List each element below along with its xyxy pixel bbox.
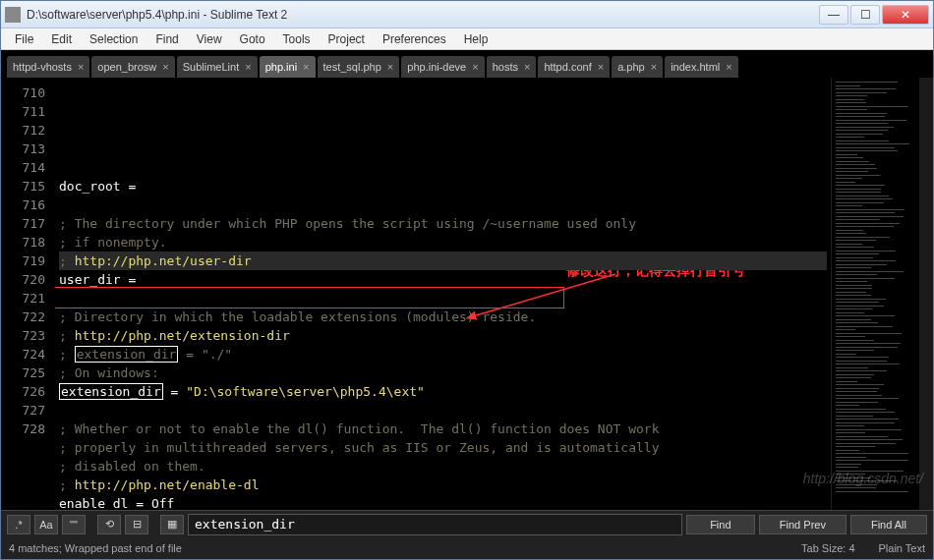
tab-httpd-vhosts[interactable]: httpd-vhosts× xyxy=(7,56,89,78)
minimap-line xyxy=(836,319,871,320)
status-tab-size[interactable]: Tab Size: 4 xyxy=(801,542,854,554)
minimap-line xyxy=(836,164,875,165)
tab-php-ini[interactable]: php.ini× xyxy=(260,56,316,78)
minimap-line xyxy=(836,453,908,454)
status-syntax[interactable]: Plain Text xyxy=(879,542,926,554)
close-icon[interactable]: × xyxy=(162,61,168,73)
minimap-line xyxy=(836,106,908,107)
close-icon[interactable]: × xyxy=(303,61,309,73)
line-number: 711 xyxy=(5,102,45,121)
minimap-line xyxy=(836,484,877,485)
menu-view[interactable]: View xyxy=(189,30,230,48)
minimap-line xyxy=(836,395,882,396)
minimap-line xyxy=(836,260,896,261)
code-line[interactable] xyxy=(59,289,827,308)
minimap-line xyxy=(836,95,867,96)
menu-edit[interactable]: Edit xyxy=(43,30,80,48)
code-line[interactable] xyxy=(59,196,827,214)
minimap-line xyxy=(836,477,871,478)
minimap-line xyxy=(836,377,871,378)
code-line[interactable]: ; The directory under which PHP opens th… xyxy=(59,214,827,233)
minimap[interactable] xyxy=(831,78,919,510)
menu-selection[interactable]: Selection xyxy=(82,30,146,48)
tab-hosts[interactable]: hosts× xyxy=(487,56,537,78)
minimap-line xyxy=(836,429,902,430)
menu-goto[interactable]: Goto xyxy=(232,30,273,48)
minimap-line xyxy=(836,292,866,293)
code-line[interactable]: extension_dir = "D:\software\server\php5… xyxy=(59,382,827,401)
minimap-line xyxy=(836,251,896,252)
menu-file[interactable]: File xyxy=(7,30,41,48)
code-line[interactable]: ; if nonempty. xyxy=(59,233,827,252)
find-regex-toggle[interactable]: .* xyxy=(7,515,30,534)
code-line[interactable]: ; Directory in which the loadable extens… xyxy=(59,308,827,326)
find-highlight-toggle[interactable]: ▦ xyxy=(160,515,184,534)
code-line[interactable]: doc_root = xyxy=(59,177,827,196)
maximize-button[interactable]: ☐ xyxy=(850,5,880,25)
minimap-line xyxy=(836,467,858,468)
tab-sublimelint[interactable]: SublimeLint× xyxy=(177,56,258,78)
close-icon[interactable]: × xyxy=(387,61,393,73)
tab-httpd-conf[interactable]: httpd.conf× xyxy=(538,56,610,78)
menu-preferences[interactable]: Preferences xyxy=(375,30,454,48)
code-line[interactable]: user_dir = xyxy=(59,270,827,289)
close-icon[interactable]: × xyxy=(651,61,657,73)
vertical-scrollbar[interactable] xyxy=(919,78,933,510)
minimap-line xyxy=(836,198,893,199)
tab-label: index.html xyxy=(671,61,720,73)
minimap-line xyxy=(836,336,865,337)
tab-open-brosw[interactable]: open_brosw× xyxy=(91,56,174,78)
tab-label: open_brosw xyxy=(97,61,156,73)
menu-help[interactable]: Help xyxy=(456,30,496,48)
minimap-line xyxy=(836,381,857,382)
code-line[interactable]: ; Whether or not to enable the dl() func… xyxy=(59,420,827,438)
code-editor[interactable]: 修改这行，记得去掉行首引号 doc_root =; The directory … xyxy=(55,78,831,510)
minimap-line xyxy=(836,127,894,128)
code-line[interactable]: enable_dl = Off xyxy=(59,494,827,510)
close-icon[interactable]: × xyxy=(598,61,604,73)
code-line[interactable]: ; http://php.net/enable-dl xyxy=(59,476,827,494)
minimize-button[interactable]: — xyxy=(819,5,848,25)
code-line[interactable] xyxy=(59,401,827,420)
menu-find[interactable]: Find xyxy=(147,30,186,48)
minimap-line xyxy=(836,223,900,224)
code-line[interactable]: ; extension_dir = "./" xyxy=(59,345,827,364)
tab-test-sql-php[interactable]: test_sql.php× xyxy=(318,56,400,78)
minimap-line xyxy=(836,474,865,475)
close-button[interactable]: ✕ xyxy=(882,5,929,25)
close-icon[interactable]: × xyxy=(78,61,84,73)
close-icon[interactable]: × xyxy=(472,61,478,73)
code-line[interactable]: ; On windows: xyxy=(59,364,827,382)
minimap-line xyxy=(836,402,878,403)
minimap-line xyxy=(836,347,898,348)
find-case-toggle[interactable]: Aa xyxy=(34,515,58,534)
tab-index-html[interactable]: index.html× xyxy=(665,56,738,78)
minimap-line xyxy=(836,212,895,213)
minimap-line xyxy=(836,278,895,279)
minimap-line xyxy=(836,326,893,327)
titlebar[interactable]: D:\software\server\php5.4\php.ini - Subl… xyxy=(1,1,933,28)
code-line[interactable]: ; properly in multithreaded servers, suc… xyxy=(59,438,827,457)
find-input[interactable] xyxy=(188,514,682,535)
tab-label: hosts xyxy=(493,61,518,73)
minimap-line xyxy=(836,460,908,461)
menu-project[interactable]: Project xyxy=(321,30,373,48)
close-icon[interactable]: × xyxy=(726,61,731,73)
find-all-button[interactable]: Find All xyxy=(850,515,927,534)
find-whole-toggle[interactable]: "" xyxy=(62,515,86,534)
minimap-line xyxy=(836,357,889,358)
tab-php-ini-deve[interactable]: php.ini-deve× xyxy=(401,56,484,78)
menu-tools[interactable]: Tools xyxy=(275,30,319,48)
minimap-line xyxy=(836,147,895,148)
find-wrap-toggle[interactable]: ⟲ xyxy=(97,515,121,534)
minimap-line xyxy=(836,491,908,492)
close-icon[interactable]: × xyxy=(245,61,251,73)
close-icon[interactable]: × xyxy=(524,61,530,73)
code-line[interactable]: ; http://php.net/extension-dir xyxy=(59,326,827,345)
find-button[interactable]: Find xyxy=(686,515,755,534)
tab-a-php[interactable]: a.php× xyxy=(612,56,663,78)
code-line[interactable]: ; disabled on them. xyxy=(59,457,827,476)
find-prev-button[interactable]: Find Prev xyxy=(759,515,846,534)
find-insel-toggle[interactable]: ⊟ xyxy=(125,515,148,534)
code-line[interactable]: ; http://php.net/user-dir xyxy=(59,252,827,270)
